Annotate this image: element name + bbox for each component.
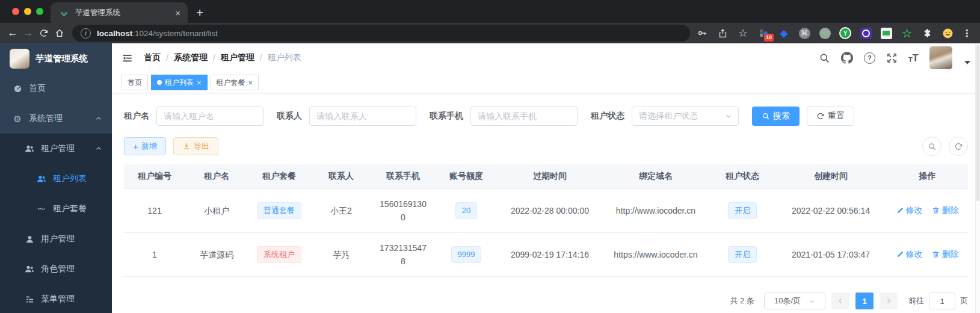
cell-created: 2021-01-05 17:03:47: [775, 233, 887, 277]
table-tools: [922, 137, 968, 156]
tag-manager-extension-icon[interactable]: 10: [757, 27, 769, 39]
scrollbar-thumb[interactable]: [976, 45, 979, 201]
emoji-extension-icon[interactable]: [941, 27, 954, 39]
tag-home[interactable]: 首页: [122, 75, 148, 90]
quota-tag: 20: [455, 202, 477, 219]
col-package: 租户套餐: [248, 164, 310, 189]
purple-extension-icon[interactable]: [860, 27, 872, 39]
app-logo: [10, 49, 29, 69]
url-path: :1024/system/tenant/list: [132, 29, 218, 38]
new-tab-button[interactable]: +: [196, 6, 203, 19]
chevron-up-icon: [95, 145, 102, 152]
sidebar-item-user-mgmt[interactable]: 用户管理: [0, 224, 112, 254]
share-icon[interactable]: [717, 27, 729, 39]
help-icon[interactable]: ?: [864, 52, 875, 64]
sidebar-item-tenant-list[interactable]: 租户列表: [0, 164, 112, 194]
contact-input[interactable]: [309, 107, 416, 126]
tenant-status-select[interactable]: 请选择租户状态: [632, 107, 739, 126]
user-icon: [24, 235, 35, 244]
address-bar[interactable]: i localhost:1024/system/tenant/list: [72, 25, 690, 42]
command-extension-icon[interactable]: ⌘: [798, 27, 810, 39]
search-button[interactable]: 搜索: [752, 107, 800, 126]
password-key-icon[interactable]: [696, 27, 708, 39]
reload-icon[interactable]: [36, 28, 52, 38]
breadcrumb-item-tenant[interactable]: 租户管理: [221, 52, 254, 63]
card-extension-icon[interactable]: [880, 27, 892, 39]
export-button[interactable]: 导出: [173, 137, 218, 155]
search-icon[interactable]: [819, 52, 830, 64]
sidebar-item-home[interactable]: 首页: [0, 73, 112, 104]
table-header-row: 租户编号 租户名 租户套餐 联系人 联系手机 账号额度 过期时间 绑定域名 租户…: [124, 164, 968, 189]
page-size-select[interactable]: 10条/页: [764, 293, 825, 309]
package-tag: 系统租户: [257, 246, 301, 263]
fullscreen-icon[interactable]: [886, 52, 898, 64]
field-label: 联系人: [277, 111, 302, 122]
url-text: localhost:1024/system/tenant/list: [97, 29, 218, 38]
gem-extension-icon[interactable]: ◆: [778, 27, 790, 39]
users-icon: [36, 174, 47, 184]
breadcrumb-item-current: 租户列表: [268, 52, 301, 63]
tenant-name-input[interactable]: [156, 107, 263, 126]
zoom-window-button[interactable]: [36, 8, 43, 15]
sidebar-item-system[interactable]: ⚙ 系统管理: [0, 104, 112, 134]
prev-page-button[interactable]: [831, 293, 849, 309]
edit-button[interactable]: 修改: [896, 247, 923, 261]
sidebar-item-menu-mgmt[interactable]: 菜单管理: [0, 284, 112, 313]
refresh-icon: [816, 112, 825, 120]
users-icon: [24, 264, 35, 274]
sidebar-item-tenant-mgmt[interactable]: 租户管理: [0, 134, 112, 164]
sidebar: 芋道管理系统 首页 ⚙ 系统管理: [0, 43, 112, 313]
user-avatar[interactable]: [929, 46, 952, 69]
circle-extension-icon[interactable]: [819, 27, 831, 39]
status-tag: 开启: [728, 202, 757, 219]
goto-page-input[interactable]: [929, 293, 955, 309]
minimize-window-button[interactable]: [24, 8, 31, 15]
refresh-icon[interactable]: [949, 137, 968, 156]
bookmark-star-icon[interactable]: ☆: [737, 27, 749, 39]
menu-fold-icon[interactable]: [122, 52, 133, 64]
show-search-icon[interactable]: [922, 137, 941, 156]
app-shell: 芋道管理系统 首页 ⚙ 系统管理: [0, 43, 980, 313]
user-dropdown-caret-icon[interactable]: [964, 61, 970, 64]
close-window-button[interactable]: [12, 8, 19, 15]
dashboard-icon: [12, 84, 23, 93]
breadcrumb-separator: /: [260, 53, 262, 63]
sidebar-logo-row[interactable]: 芋道管理系统: [0, 43, 112, 73]
add-button[interactable]: + 新增: [124, 137, 166, 155]
delete-button[interactable]: 删除: [932, 203, 958, 217]
browser-tab[interactable]: 芋道管理系统 ×: [51, 2, 188, 23]
breadcrumb-item-system[interactable]: 系统管理: [174, 52, 208, 63]
breadcrumb-item-home[interactable]: 首页: [144, 52, 161, 63]
sidebar-item-tenant-package[interactable]: 租户套餐: [0, 194, 112, 224]
tag-tenant-list[interactable]: 租户列表 ×: [151, 75, 208, 90]
reset-button[interactable]: 重置: [807, 107, 854, 126]
tag-close-icon[interactable]: ×: [197, 79, 202, 87]
tab-close-icon[interactable]: ×: [175, 8, 180, 17]
forward-icon[interactable]: →: [20, 27, 36, 39]
mobile-input[interactable]: [470, 107, 578, 126]
home-icon[interactable]: [52, 28, 67, 38]
green-y-extension-icon[interactable]: Y: [839, 27, 851, 39]
favicon-plant-icon: [58, 7, 70, 19]
green-star-extension-icon[interactable]: [901, 27, 913, 39]
delete-button[interactable]: 删除: [932, 247, 958, 261]
page-scrollbar[interactable]: [975, 43, 980, 313]
cell-package: 系统租户: [248, 233, 310, 277]
info-icon[interactable]: i: [81, 28, 91, 39]
tag-close-icon[interactable]: ×: [248, 79, 253, 87]
edit-button[interactable]: 修改: [896, 203, 923, 217]
github-icon[interactable]: [841, 52, 853, 64]
next-page-button[interactable]: [880, 293, 898, 309]
back-icon[interactable]: ←: [5, 27, 20, 39]
tags-view-bar: 首页 租户列表 × 租户套餐 ×: [112, 72, 980, 93]
page-unit-label: 页: [960, 296, 968, 306]
puzzle-extensions-icon[interactable]: [921, 27, 933, 39]
sidebar-item-role-mgmt[interactable]: 角色管理: [0, 254, 112, 284]
browser-menu-icon[interactable]: ⋮: [962, 28, 972, 39]
tag-label: 首页: [128, 78, 142, 88]
font-size-icon[interactable]: TT: [908, 53, 919, 63]
tag-tenant-package[interactable]: 租户套餐 ×: [211, 75, 259, 90]
current-page-button[interactable]: 1: [855, 293, 874, 309]
browser-tab-strip: 芋道管理系统 × +: [0, 0, 980, 23]
plus-icon: +: [133, 142, 138, 151]
